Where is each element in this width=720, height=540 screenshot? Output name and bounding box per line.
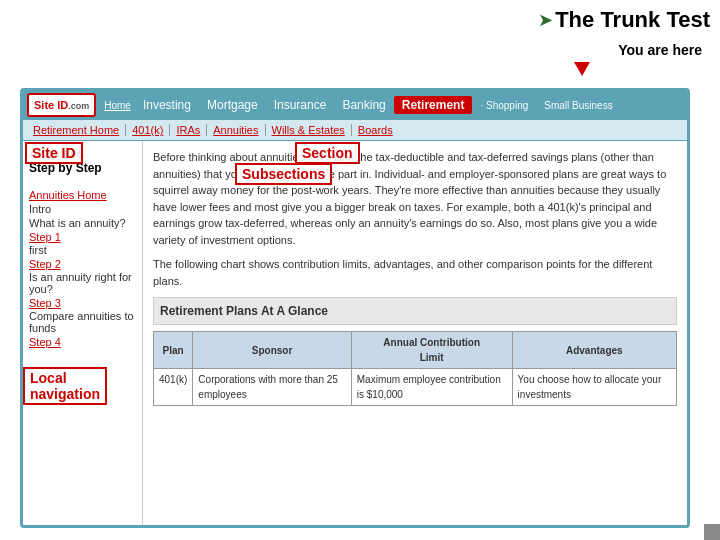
main-nav: Investing Mortgage Insurance Banking Ret… (135, 96, 687, 114)
main-content: Before thinking about annuities, fully f… (143, 141, 687, 525)
nav-item-investing[interactable]: Investing (135, 98, 199, 112)
sub-navigation: Retirement Home 401(k) IRAs Annuities Wi… (23, 119, 687, 141)
sidebar-step2-desc: Is an annuity right for you? (29, 271, 136, 295)
subnav-iras[interactable]: IRAs (170, 124, 207, 136)
col-header-advantages: Advantages (512, 332, 676, 369)
subnav-wills[interactable]: Wills & Estates (266, 124, 352, 136)
sidebar-link-annuities-home[interactable]: Annuities Home (29, 189, 136, 201)
nav-item-mortgage[interactable]: Mortgage (199, 98, 266, 112)
site-id-box: Site ID.com (27, 93, 96, 117)
site-id-text: Site ID.com (34, 99, 89, 111)
local-nav-annotation: Localnavigation (23, 367, 107, 405)
table-row: 401(k) Corporations with more than 25 em… (154, 369, 677, 406)
sub-nav-inner: Retirement Home 401(k) IRAs Annuities Wi… (27, 124, 683, 136)
table-title: Retirement Plans At A Glance (153, 297, 677, 325)
nav-item-retirement[interactable]: Retirement (394, 96, 473, 114)
nav-item-banking[interactable]: Banking (334, 98, 393, 112)
cell-sponsor: Corporations with more than 25 employees (193, 369, 351, 406)
home-link[interactable]: Home (104, 100, 131, 111)
sidebar-intro-label: Intro (29, 203, 136, 215)
page-title: The Trunk Test (555, 7, 710, 33)
subnav-annuities[interactable]: Annuities (207, 124, 265, 136)
subsections-annotation-label: Subsections (235, 163, 332, 185)
nav-item-shopping[interactable]: · Shopping (472, 100, 536, 111)
nav-item-insurance[interactable]: Insurance (266, 98, 335, 112)
subnav-retirement-home[interactable]: Retirement Home (27, 124, 126, 136)
cell-advantages: You choose how to allocate your investme… (512, 369, 676, 406)
content-area: AnnuitiesStep by Step Annuities Home Int… (23, 141, 687, 525)
sidebar-step-1[interactable]: Step 1 (29, 231, 136, 243)
local-nav-annotation-label: Localnavigation (23, 367, 107, 405)
subsections-annotation: Subsections (235, 163, 332, 185)
col-header-limit: Annual ContributionLimit (351, 332, 512, 369)
left-sidebar: AnnuitiesStep by Step Annuities Home Int… (23, 141, 143, 525)
col-header-plan: Plan (154, 332, 193, 369)
content-paragraph-1: Before thinking about annuities, fully f… (153, 149, 677, 248)
sidebar-step-2[interactable]: Step 2 (29, 258, 136, 270)
cell-limit: Maximum employee contribution is $10,000 (351, 369, 512, 406)
pointer-arrow (574, 62, 590, 76)
subnav-boards[interactable]: Boards (352, 124, 399, 136)
content-paragraph-2: The following chart shows contribution l… (153, 256, 677, 289)
section-annotation: Section (295, 142, 360, 164)
site-id-dotcom: .com (68, 101, 89, 111)
sidebar-step1-desc: first (29, 244, 136, 256)
nav-item-small-business[interactable]: Small Business (536, 100, 620, 111)
sidebar-what-is-annuity: What is an annuity? (29, 217, 136, 229)
retirement-table: Plan Sponsor Annual ContributionLimit Ad… (153, 331, 677, 406)
section-annotation-label: Section (295, 142, 360, 164)
sidebar-step-3[interactable]: Step 3 (29, 297, 136, 309)
site-id-annotation-label: Site ID (25, 142, 83, 164)
site-id-annotation: Site ID (25, 142, 83, 164)
top-navigation: Site ID.com Home Investing Mortgage Insu… (23, 91, 687, 119)
col-header-sponsor: Sponsor (193, 332, 351, 369)
sidebar-step-4[interactable]: Step 4 (29, 336, 136, 348)
cell-plan: 401(k) (154, 369, 193, 406)
corner-scrollbar (704, 524, 720, 540)
subnav-401k[interactable]: 401(k) (126, 124, 170, 136)
title-arrow: ➤ (538, 9, 553, 31)
title-area: ➤ The Trunk Test (500, 0, 720, 40)
sidebar-step3-desc: Compare annuities to funds (29, 310, 136, 334)
you-are-here-label: You are here (618, 42, 702, 58)
